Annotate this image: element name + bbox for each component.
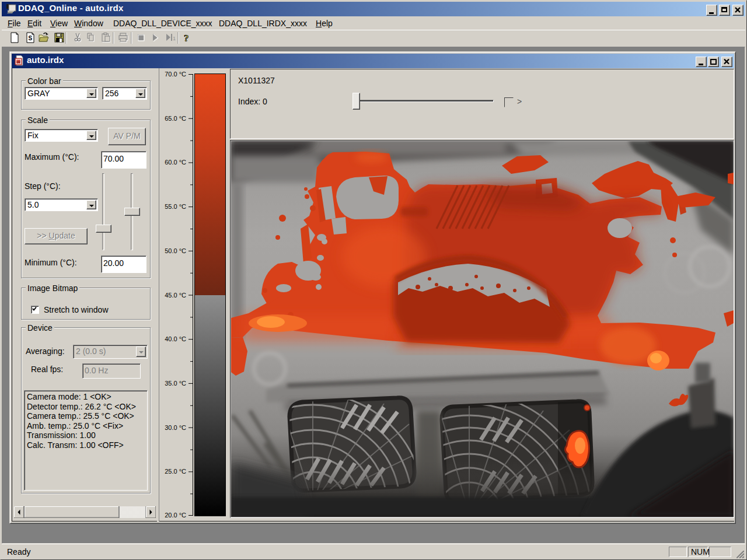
svg-text:50.0 °C: 50.0 °C [165, 247, 186, 254]
svg-text:70.0 °C: 70.0 °C [165, 71, 186, 78]
svg-text:40.0 °C: 40.0 °C [165, 335, 186, 342]
svg-text:60.0 °C: 60.0 °C [165, 159, 186, 166]
svg-text:25.0 °C: 25.0 °C [165, 468, 186, 475]
svg-text:65.0 °C: 65.0 °C [165, 115, 186, 122]
svg-text:30.0 °C: 30.0 °C [165, 424, 186, 431]
svg-text:20.0 °C: 20.0 °C [165, 512, 186, 519]
svg-text:IR: IR [16, 60, 20, 64]
svg-text:1: 1 [173, 36, 176, 41]
svg-text:45.0 °C: 45.0 °C [165, 292, 186, 299]
svg-text:35.0 °C: 35.0 °C [165, 380, 186, 387]
svg-text:S: S [29, 35, 33, 41]
svg-text:55.0 °C: 55.0 °C [165, 203, 186, 210]
svg-text:?: ? [184, 33, 189, 44]
